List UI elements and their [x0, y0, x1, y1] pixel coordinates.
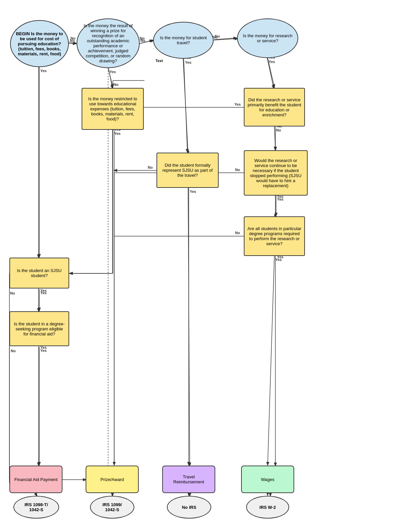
- wages-text: Wages: [261, 477, 274, 482]
- no-irs-text: No IRS: [182, 505, 196, 510]
- svg-text:No: No: [71, 36, 76, 40]
- svg-text:No: No: [215, 34, 220, 38]
- svg-line-4: [108, 67, 113, 88]
- svg-text:No: No: [70, 39, 75, 43]
- svg-text:Yes: Yes: [40, 288, 47, 292]
- begin-title: BEGIN Is the money to be used for cost o…: [16, 31, 63, 56]
- represent-question-node: Did the student formally represent SJSU …: [156, 153, 219, 188]
- svg-text:No: No: [148, 165, 153, 169]
- sjsu-student-text: Is the student an SJSU student?: [13, 268, 66, 278]
- svg-text:Yes: Yes: [234, 102, 241, 106]
- svg-text:Yes: Yes: [40, 69, 47, 73]
- research-benefit-text: Did the research or service primarily be…: [247, 97, 302, 117]
- svg-line-41: [108, 68, 113, 87]
- financial-aid-node: Financial Aid Payment: [9, 466, 62, 493]
- research-benefit-node: Did the research or service primarily be…: [244, 88, 305, 126]
- sjsu-student-node: Is the student an SJSU student?: [9, 258, 69, 288]
- svg-line-16: [35, 493, 37, 496]
- svg-text:Yes: Yes: [40, 291, 47, 295]
- irs-w2-badge: IRS W-2: [246, 496, 289, 519]
- restricted-question-node: Is the money restricted to use towards e…: [82, 88, 144, 130]
- prize-question-text: Is the money the result of winning a pri…: [81, 23, 136, 63]
- no-irs-badge: No IRS: [167, 496, 211, 519]
- svg-text:Yes: Yes: [40, 349, 47, 353]
- svg-text:No: No: [235, 231, 240, 235]
- svg-line-37: [214, 38, 236, 40]
- svg-text:No: No: [11, 349, 16, 353]
- text-label: Text: [155, 59, 163, 63]
- continue-question-node: Would the research or service continue t…: [244, 150, 308, 196]
- begin-node: BEGIN Is the money to be used for cost o…: [10, 20, 69, 67]
- svg-text:No: No: [114, 83, 119, 87]
- svg-text:Yes: Yes: [109, 70, 116, 74]
- financial-aid-text: Financial Aid Payment: [14, 477, 58, 482]
- svg-text:No: No: [235, 168, 240, 172]
- svg-line-10: [188, 188, 190, 466]
- continue-question-text: Would the research or service continue t…: [247, 158, 304, 188]
- required-question-node: Are all students in particular degree pr…: [244, 216, 305, 256]
- irs-1098-text: IRS 1098-T/1042-S: [25, 502, 48, 512]
- svg-line-35: [140, 40, 152, 44]
- svg-line-47: [274, 126, 275, 150]
- svg-text:Yes: Yes: [275, 258, 282, 262]
- degree-question-text: Is the student in a degree-seeking progr…: [13, 321, 66, 336]
- research-question-node: Is the money for research or service?: [237, 18, 298, 58]
- prize-award-text: Prize/Award: [100, 477, 124, 482]
- irs-1098-badge: IRS 1098-T/1042-S: [13, 496, 59, 519]
- research-question-text: Is the money for research or service?: [241, 33, 294, 43]
- svg-line-5: [183, 57, 188, 154]
- svg-text:No: No: [140, 36, 145, 40]
- prize-question-node: Is the money the result of winning a pri…: [77, 18, 140, 68]
- svg-line-1: [139, 40, 154, 44]
- svg-line-43: [184, 59, 187, 152]
- svg-text:No: No: [10, 291, 15, 295]
- svg-text:Yes: Yes: [277, 197, 283, 201]
- svg-text:Yes: Yes: [190, 190, 196, 194]
- travel-reimb-node: TravelReimbursement: [162, 466, 215, 493]
- svg-line-51: [268, 256, 274, 465]
- svg-line-45: [268, 58, 274, 87]
- restricted-question-text: Is the money restricted to use towards e…: [85, 96, 140, 121]
- irs-1099-badge: IRS 1099/1042-S: [90, 496, 134, 519]
- svg-line-6: [267, 57, 274, 88]
- wages-node: Wages: [241, 466, 294, 493]
- svg-text:No: No: [276, 128, 281, 132]
- svg-line-2: [212, 39, 238, 40]
- represent-question-text: Did the student formally represent SJSU …: [160, 163, 215, 178]
- irs-w2-text: IRS W-2: [260, 505, 276, 510]
- svg-text:Yes: Yes: [269, 60, 275, 64]
- prize-award-node: Prize/Award: [86, 466, 139, 493]
- svg-text:Yes: Yes: [114, 131, 121, 136]
- svg-text:Yes: Yes: [185, 60, 191, 64]
- irs-1099-text: IRS 1099/1042-S: [102, 502, 122, 512]
- travel-reimb-text: TravelReimbursement: [173, 474, 204, 484]
- required-question-text: Are all students in particular degree pr…: [247, 226, 302, 246]
- degree-question-node: Is the student in a degree-seeking progr…: [9, 311, 69, 346]
- travel-question-node: Is the money for student travel?: [153, 22, 214, 59]
- travel-question-text: Is the money for student travel?: [157, 35, 210, 45]
- svg-text:No: No: [140, 39, 145, 43]
